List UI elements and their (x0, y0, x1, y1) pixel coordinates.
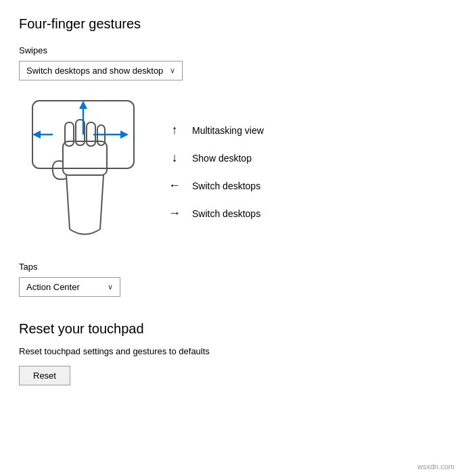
reset-title: Reset your touchpad (19, 321, 441, 337)
taps-dropdown-value: Action Center (26, 282, 80, 292)
up-arrow-icon: ↑ (168, 123, 181, 137)
taps-chevron-down-icon: ∨ (108, 283, 113, 291)
gesture-list: ↑ Multitasking view ↓ Show desktop ← Swi… (168, 123, 264, 220)
reset-button[interactable]: Reset (19, 366, 70, 385)
svg-line-13 (100, 175, 104, 229)
swipes-dropdown-value: Switch desktops and show desktop (26, 66, 163, 76)
chevron-down-icon: ∨ (170, 66, 175, 75)
gesture-item-down: ↓ Show desktop (168, 151, 264, 165)
gesture-label-show-desktop: Show desktop (192, 153, 252, 164)
right-arrow-icon: → (168, 206, 181, 220)
svg-marker-4 (32, 130, 41, 139)
hand-illustration (19, 94, 147, 249)
watermark: wsxdn.com (417, 462, 455, 471)
taps-dropdown[interactable]: Action Center ∨ (19, 277, 120, 297)
left-arrow-icon: ← (168, 178, 181, 193)
svg-rect-8 (65, 122, 74, 146)
swipes-label: Swipes (19, 45, 441, 55)
gesture-area: ↑ Multitasking view ↓ Show desktop ← Swi… (19, 94, 441, 249)
svg-marker-2 (79, 101, 87, 109)
page-title: Four-finger gestures (19, 16, 441, 32)
svg-marker-6 (120, 130, 129, 139)
swipes-dropdown[interactable]: Switch desktops and show desktop ∨ (19, 61, 183, 80)
gesture-item-left: ← Switch desktops (168, 178, 264, 193)
down-arrow-icon: ↓ (168, 151, 181, 165)
svg-line-12 (66, 175, 70, 229)
taps-label: Taps (19, 262, 441, 272)
gesture-label-switch-left: Switch desktops (192, 181, 260, 191)
gesture-label-multitasking: Multitasking view (192, 125, 264, 136)
gesture-item-up: ↑ Multitasking view (168, 123, 264, 137)
gesture-label-switch-right: Switch desktops (192, 208, 260, 219)
gesture-item-right: → Switch desktops (168, 206, 264, 220)
reset-description: Reset touchpad settings and gestures to … (19, 346, 441, 356)
reset-section: Reset your touchpad Reset touchpad setti… (19, 321, 441, 385)
